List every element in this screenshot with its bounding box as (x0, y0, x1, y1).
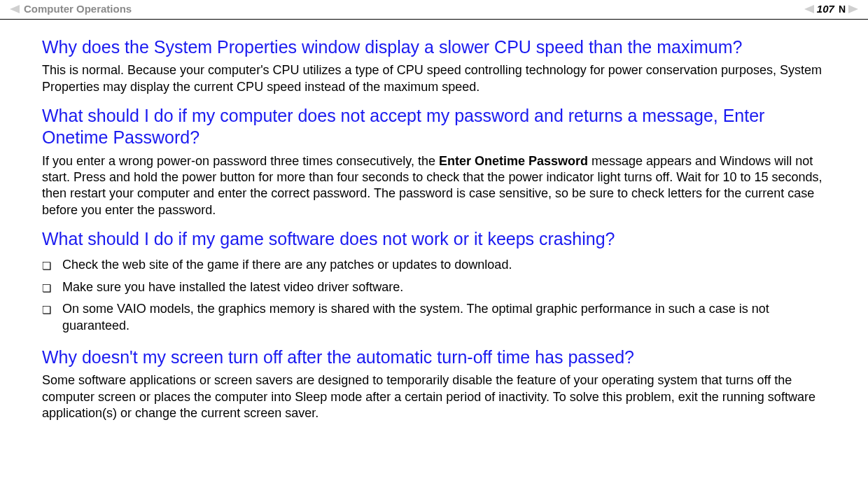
breadcrumb-text: Computer Operations (24, 3, 132, 15)
list-item: ❏ Make sure you have installed the lates… (42, 276, 826, 298)
faq-heading-3: What should I do if my game software doe… (42, 228, 826, 250)
page-header: Computer Operations 107 N (0, 0, 868, 20)
list-item: ❏ Check the web site of the game if ther… (42, 254, 826, 276)
page-number: 107 (817, 3, 834, 15)
page-content: Why does the System Properties window di… (0, 20, 868, 421)
faq-checklist: ❏ Check the web site of the game if ther… (42, 254, 826, 337)
faq-body-2: If you enter a wrong power-on password t… (42, 153, 826, 219)
list-item-text: On some VAIO models, the graphics memory… (62, 301, 826, 334)
checkbox-icon: ❏ (42, 302, 51, 317)
list-item-text: Check the web site of the game if there … (62, 257, 512, 273)
faq-heading-1: Why does the System Properties window di… (42, 36, 826, 58)
n-indicator: N (839, 4, 846, 15)
checkbox-icon: ❏ (42, 258, 51, 273)
page-number-area: 107 N (804, 3, 858, 15)
faq-body-1: This is normal. Because your computer's … (42, 62, 826, 95)
list-item-text: Make sure you have installed the latest … (62, 279, 403, 295)
list-item: ❏ On some VAIO models, the graphics memo… (42, 298, 826, 337)
back-arrow-icon[interactable] (10, 5, 20, 13)
next-page-icon[interactable] (848, 5, 858, 13)
checkbox-icon: ❏ (42, 281, 51, 295)
faq-heading-2: What should I do if my computer does not… (42, 105, 826, 149)
faq-heading-4: Why doesn't my screen turn off after the… (42, 346, 826, 368)
breadcrumb: Computer Operations (10, 3, 132, 15)
prev-page-icon[interactable] (804, 5, 814, 13)
faq-body-4: Some software applications or screen sav… (42, 372, 826, 421)
